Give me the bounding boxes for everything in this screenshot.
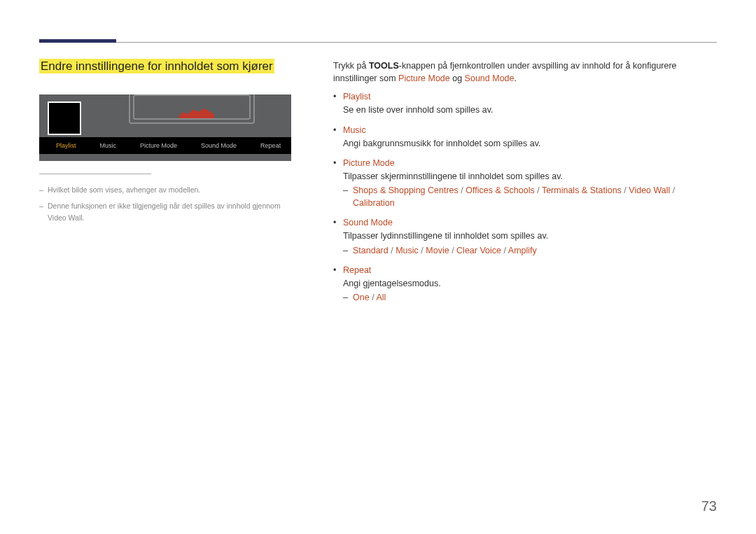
feature-desc: Angi bakgrunnsmusikk for innholdet som s…	[343, 137, 717, 150]
note-text: Hvilket bilde som vises, avhenger av mod…	[39, 184, 291, 196]
feature-item: Repeat Angi gjentagelsesmodus. One / All	[333, 264, 717, 304]
page-number: 73	[701, 498, 717, 514]
feature-item: Playlist Se en liste over innhold som sp…	[333, 90, 717, 116]
feature-desc: Tilpasser skjerminnstillingene til innho…	[343, 170, 717, 183]
feature-title: Repeat	[343, 265, 371, 275]
note-text: Denne funksjonen er ikke tilgjengelig nå…	[39, 200, 291, 224]
menu-item: Picture Mode	[140, 142, 177, 149]
feature-title: Playlist	[343, 92, 371, 101]
menu-item: Repeat	[260, 142, 281, 149]
feature-item: Sound Mode Tilpasser lydinnstillingene t…	[333, 216, 717, 256]
header-rule	[39, 42, 717, 43]
feature-desc: Se en liste over innhold som spilles av.	[343, 104, 717, 116]
feature-title: Sound Mode	[343, 218, 393, 227]
feature-list: Playlist Se en liste over innhold som sp…	[333, 90, 717, 304]
feature-desc: Tilpasser lydinnstillingene til innholde…	[343, 230, 717, 242]
feature-item: Picture Mode Tilpasser skjerminnstilling…	[333, 157, 717, 210]
menu-item: Music	[100, 142, 117, 149]
menu-item: Sound Mode	[201, 142, 237, 149]
feature-desc: Angi gjentagelsesmodus.	[343, 277, 717, 290]
section-title: Endre innstillingene for innholdet som k…	[39, 59, 274, 73]
intro-paragraph: Trykk på TOOLS-knappen på fjernkontrolle…	[333, 59, 717, 85]
feature-options: Shops & Shopping Centres / Offices & Sch…	[343, 184, 717, 209]
menu-item: Playlist	[56, 142, 76, 149]
illustration-menu-bar: Playlist Music Picture Mode Sound Mode R…	[39, 137, 291, 154]
feature-options: Standard / Music / Movie / Clear Voice /…	[343, 244, 717, 257]
feature-options: One / All	[343, 291, 717, 304]
notes-rule	[39, 174, 151, 174]
feature-title: Picture Mode	[343, 158, 395, 168]
feature-title: Music	[343, 125, 366, 135]
feature-item: Music Angi bakgrunnsmusikk for innholdet…	[333, 124, 717, 150]
thumbnail-box	[48, 101, 81, 135]
illustration: Playlist Music Picture Mode Sound Mode R…	[39, 94, 291, 161]
